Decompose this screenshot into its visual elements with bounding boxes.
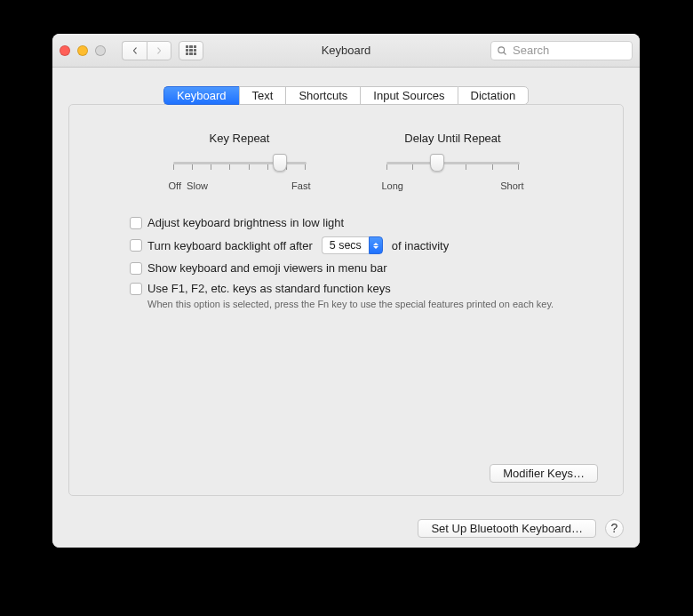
tab-bar: Keyboard Text Shortcuts Input Sources Di… bbox=[163, 86, 529, 105]
window-footer: Set Up Bluetooth Keyboard… ? bbox=[52, 508, 640, 548]
stepper-icon bbox=[369, 236, 383, 254]
delay-slider[interactable] bbox=[386, 154, 520, 175]
preferences-window: Keyboard Keyboard Text Shortcuts Input S… bbox=[52, 34, 640, 548]
option-backlight-off[interactable]: Turn keyboard backlight off after 5 secs… bbox=[130, 236, 598, 254]
window-controls bbox=[60, 45, 106, 56]
backlight-delay-select[interactable]: 5 secs bbox=[322, 236, 383, 254]
help-button[interactable]: ? bbox=[605, 519, 624, 538]
zoom-button bbox=[95, 45, 106, 56]
nav-buttons bbox=[122, 41, 171, 60]
option-label: of inactivity bbox=[392, 239, 449, 252]
search-icon bbox=[497, 45, 507, 56]
keyboard-pane: Key Repeat Off Slow Fast bbox=[68, 104, 624, 496]
bluetooth-keyboard-button[interactable]: Set Up Bluetooth Keyboard… bbox=[418, 519, 596, 538]
grid-icon bbox=[186, 45, 196, 56]
key-repeat-scale: Off Slow Fast bbox=[169, 180, 311, 191]
tab-text[interactable]: Text bbox=[239, 86, 286, 105]
search-input[interactable] bbox=[511, 43, 640, 58]
key-repeat-label: Key Repeat bbox=[210, 132, 270, 145]
checkbox[interactable] bbox=[130, 283, 142, 295]
titlebar: Keyboard bbox=[52, 34, 640, 68]
forward-button[interactable] bbox=[147, 41, 171, 60]
option-fn-keys[interactable]: Use F1, F2, etc. keys as standard functi… bbox=[130, 282, 598, 295]
tab-shortcuts[interactable]: Shortcuts bbox=[285, 86, 360, 105]
checkbox[interactable] bbox=[130, 239, 142, 252]
checkbox[interactable] bbox=[130, 262, 142, 275]
option-show-viewers[interactable]: Show keyboard and emoji viewers in menu … bbox=[130, 261, 598, 275]
key-repeat-slider[interactable] bbox=[173, 154, 307, 175]
modifier-keys-button[interactable]: Modifier Keys… bbox=[490, 464, 598, 483]
tab-keyboard[interactable]: Keyboard bbox=[163, 86, 239, 105]
svg-line-1 bbox=[504, 52, 506, 54]
checkbox[interactable] bbox=[130, 217, 142, 229]
svg-point-0 bbox=[498, 46, 505, 52]
tab-dictation[interactable]: Dictation bbox=[458, 86, 530, 105]
option-label: Adjust keyboard brightness in low light bbox=[147, 216, 344, 229]
delay-scale: Long Short bbox=[382, 180, 524, 191]
window-body: Keyboard Text Shortcuts Input Sources Di… bbox=[52, 68, 640, 508]
delay-group: Delay Until Repeat Long Short bbox=[382, 132, 524, 191]
option-adjust-brightness[interactable]: Adjust keyboard brightness in low light bbox=[130, 216, 598, 229]
option-label: Turn keyboard backlight off after bbox=[147, 239, 313, 252]
show-all-button[interactable] bbox=[179, 41, 203, 60]
options-list: Adjust keyboard brightness in low light … bbox=[130, 216, 598, 309]
search-field[interactable] bbox=[490, 41, 633, 60]
fn-keys-hint: When this option is selected, press the … bbox=[147, 299, 598, 309]
option-label: Show keyboard and emoji viewers in menu … bbox=[147, 261, 387, 275]
back-button[interactable] bbox=[122, 41, 147, 60]
sliders-row: Key Repeat Off Slow Fast bbox=[94, 132, 598, 191]
select-value: 5 secs bbox=[322, 236, 369, 254]
key-repeat-group: Key Repeat Off Slow Fast bbox=[169, 132, 311, 191]
delay-label: Delay Until Repeat bbox=[404, 132, 500, 145]
tab-input-sources[interactable]: Input Sources bbox=[360, 86, 457, 105]
option-label: Use F1, F2, etc. keys as standard functi… bbox=[147, 282, 391, 295]
minimize-button[interactable] bbox=[77, 45, 88, 56]
close-button[interactable] bbox=[60, 45, 70, 56]
